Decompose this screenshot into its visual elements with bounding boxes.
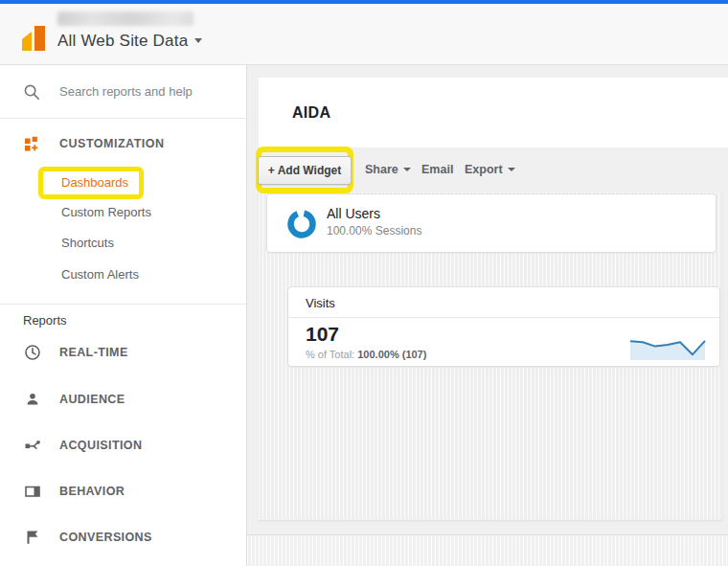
search-input[interactable]: Search reports and help (0, 65, 246, 119)
sidebar-item-shortcuts[interactable]: Shortcuts (61, 235, 114, 252)
dashboard-title-panel: AIDA (259, 78, 728, 147)
export-button[interactable]: Export (465, 148, 515, 192)
export-label: Export (465, 163, 503, 176)
customization-label: CUSTOMIZATION (59, 130, 165, 157)
visits-total: % of Total: 100.00% (107) (306, 349, 426, 360)
dashboard-title: AIDA (292, 78, 330, 147)
person-icon (24, 391, 41, 408)
nav-label: ACQUISITION (59, 434, 142, 457)
nav-label: BEHAVIOR (59, 480, 125, 503)
total-label: % of Total: (306, 349, 354, 360)
nav-label: AUDIENCE (59, 388, 125, 411)
view-name: All Web Site Data (57, 32, 188, 50)
window-icon (24, 483, 41, 500)
segment-donut-icon (286, 209, 317, 239)
search-icon (23, 83, 40, 101)
email-button[interactable]: Email (421, 148, 453, 192)
share-label: Share (365, 163, 398, 176)
dashboards-highlight-box: Dashboards (38, 167, 144, 199)
visits-sparkline-chart (629, 332, 706, 361)
sidebar-item-real-time[interactable]: REAL-TIME (0, 341, 246, 364)
email-label: Email (421, 163, 453, 176)
nav-label: CONVERSIONS (59, 526, 152, 549)
segment-all-users[interactable]: All Users 100.00% Sessions (266, 193, 717, 253)
visits-widget-title: Visits (306, 296, 335, 310)
segment-sessions: 100.00% Sessions (327, 224, 421, 238)
sidebar-item-behavior[interactable]: BEHAVIOR (0, 480, 246, 503)
google-analytics-logo[interactable] (19, 19, 48, 54)
customization-icon (24, 136, 39, 151)
sidebar-item-dashboards[interactable]: Dashboards (43, 171, 139, 194)
clock-icon (24, 344, 41, 361)
add-widget-button[interactable]: + Add Widget (258, 156, 352, 185)
sidebar: Search reports and help CUSTOMIZATION Da… (0, 65, 247, 566)
chevron-down-icon (194, 38, 202, 43)
reports-section-label: Reports (23, 312, 67, 329)
sidebar-item-custom-reports[interactable]: Custom Reports (61, 204, 151, 221)
sidebar-item-audience[interactable]: AUDIENCE (0, 388, 246, 411)
sidebar-item-conversions[interactable]: CONVERSIONS (0, 526, 246, 549)
add-widget-highlight-box: + Add Widget (256, 147, 353, 193)
sidebar-divider (0, 304, 246, 305)
visits-value: 107 (306, 323, 339, 346)
chevron-down-icon (403, 168, 411, 171)
app-header: All Web Site Data (0, 4, 728, 65)
search-placeholder: Search reports and help (59, 65, 193, 119)
branch-icon (24, 437, 41, 454)
chevron-down-icon (508, 168, 515, 171)
flag-icon (24, 529, 41, 546)
visits-widget[interactable]: Visits 107 % of Total: 100.00% (107) (287, 286, 720, 367)
sidebar-section-customization[interactable]: CUSTOMIZATION (0, 130, 246, 157)
account-name-blurred (57, 11, 193, 26)
widget-divider (288, 317, 719, 318)
sidebar-item-acquisition[interactable]: ACQUISITION (0, 434, 246, 457)
total-value: 100.00% (107) (357, 349, 426, 360)
main-content: AIDA + Add Widget Share Email Export All… (247, 65, 728, 566)
share-button[interactable]: Share (365, 148, 411, 192)
nav-label: REAL-TIME (59, 341, 128, 364)
footer-stripes (247, 535, 728, 566)
sidebar-item-custom-alerts[interactable]: Custom Alerts (61, 266, 139, 283)
segment-name: All Users (327, 206, 380, 221)
account-view-selector[interactable]: All Web Site Data (57, 11, 202, 51)
